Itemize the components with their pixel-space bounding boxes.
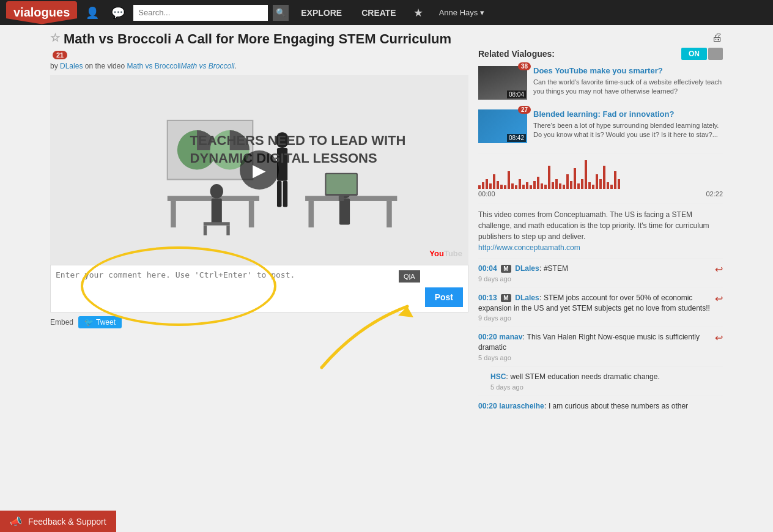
timeline-bar: [574, 168, 576, 189]
author-link[interactable]: DLales: [60, 62, 83, 70]
reply-icon-1[interactable]: ↩: [715, 264, 723, 275]
svg-rect-8: [171, 201, 176, 227]
svg-rect-20: [204, 222, 230, 225]
timeline-times: 00:00 02:22: [478, 190, 723, 198]
comment-item-4: 00:20 laurascheihe: I am curious about t…: [478, 396, 723, 416]
sub-comment-user-1[interactable]: HSC: [490, 372, 506, 381]
youtube-watermark: YouTube: [429, 248, 462, 259]
comment-user-4[interactable]: laurascheihe: [499, 402, 544, 410]
timeline-bar: [585, 160, 587, 189]
on-video-label: on the video: [85, 62, 125, 70]
logo[interactable]: vialogues: [6, 1, 77, 24]
search-button[interactable]: 🔍: [273, 5, 289, 21]
print-button[interactable]: 🖨: [478, 31, 723, 44]
timeline-bar: [566, 174, 569, 189]
duration-1: 08:04: [507, 91, 526, 98]
comment-user-2[interactable]: DLales: [515, 294, 539, 302]
toggle-on-button[interactable]: ON: [681, 48, 707, 60]
timeline-bar: [618, 179, 620, 189]
toggle-off-button[interactable]: [708, 48, 723, 60]
embed-link[interactable]: Embed: [50, 318, 73, 327]
reply-icon-3[interactable]: ↩: [715, 332, 723, 344]
comment-input[interactable]: [56, 270, 394, 307]
by-line: by DLales on the video Math vs BroccoliM…: [50, 62, 468, 70]
timeline-bar: [563, 185, 565, 189]
svg-rect-21: [204, 226, 207, 235]
svg-rect-16: [339, 199, 350, 225]
comment-time-3[interactable]: 00:20: [478, 333, 497, 341]
timeline-bar: [610, 185, 613, 189]
left-column: ☆ Math vs Broccoli A Call for More Engag…: [50, 31, 468, 416]
timeline-bar: [486, 179, 488, 189]
timeline-bar: [522, 185, 525, 189]
svg-rect-6: [283, 181, 288, 207]
create-button[interactable]: CREATE: [354, 0, 404, 25]
title-area: ☆ Math vs Broccoli A Call for More Engag…: [50, 31, 468, 70]
comment-user-1[interactable]: DLales: [515, 264, 539, 273]
timeline-bar: [493, 174, 495, 189]
comment-time-1[interactable]: 00:04: [478, 264, 497, 273]
related-title-link-1[interactable]: Does YouTube make you smarter?: [533, 66, 723, 75]
by-label: by: [50, 62, 58, 70]
tweet-button[interactable]: 🐦 Tweet: [78, 316, 122, 328]
comment-item-1: 00:04 M DLales: #STEM 9 days ago ↩: [478, 258, 723, 287]
play-button[interactable]: ▶: [240, 150, 279, 190]
header: vialogues 👤 💬 🔍 EXPLORE CREATE ★ Anne Ha…: [0, 0, 773, 25]
search-input[interactable]: [133, 5, 268, 21]
svg-point-13: [210, 184, 223, 199]
related-desc-2: There's been a lot of hype surrounding b…: [533, 121, 723, 140]
svg-rect-18: [326, 174, 356, 194]
qa-button[interactable]: Q|A: [399, 270, 420, 283]
timeline-chart: [478, 158, 723, 189]
sub-comment-text-1: well STEM education needs dramatic chang…: [511, 372, 660, 381]
video-player[interactable]: TEACHERS NEED TO LEAD WITH DYNAMIC DIGIT…: [50, 75, 468, 265]
comment-user-3[interactable]: manav: [499, 333, 522, 341]
timeline-bar: [489, 183, 492, 189]
video-title-text: Math vs Broccoli: [181, 62, 235, 70]
annotation-container: Q|A Post: [50, 265, 468, 312]
timeline-bar: [508, 171, 510, 189]
timeline-bar: [544, 185, 547, 189]
toggle-switch[interactable]: ON: [681, 48, 723, 60]
comment-badge-1: M: [501, 265, 511, 273]
timeline-bar: [497, 181, 499, 189]
video-description: This video comes from Conceptuamath. The…: [478, 204, 723, 253]
video-desc-text: This video comes from Conceptuamath. The…: [478, 210, 709, 241]
comment-count-badge: 21: [53, 51, 67, 59]
comment-time-2[interactable]: 00:13: [478, 294, 497, 302]
timeline-bar: [519, 179, 521, 189]
timeline-bar: [555, 179, 558, 189]
timeline-bar: [588, 182, 591, 189]
comment-date-3: 5 days ago: [478, 354, 723, 361]
comment-time-4[interactable]: 00:20: [478, 402, 497, 410]
related-title-link-2[interactable]: Blended learning: Fad or innovation?: [533, 109, 723, 119]
video-link[interactable]: Math vs Broccoli: [127, 62, 180, 70]
thumbnail-1[interactable]: 08:04: [478, 66, 527, 100]
post-button[interactable]: Post: [425, 287, 463, 307]
overlay-line1: TEACHERS NEED TO LEAD WITH: [190, 132, 406, 150]
timeline-bar: [526, 182, 528, 189]
svg-rect-14: [212, 199, 222, 225]
timeline-bar: [607, 182, 609, 189]
favorite-star-icon[interactable]: ☆: [50, 31, 60, 45]
profile-icon[interactable]: 👤: [82, 6, 103, 20]
overlay-line2: DYNAMIC DIGITAL LESSONS: [190, 150, 406, 168]
timeline-bar: [530, 185, 532, 189]
video-thumbnail[interactable]: TEACHERS NEED TO LEAD WITH DYNAMIC DIGIT…: [50, 75, 468, 265]
comment-badge-2: M: [501, 294, 511, 302]
timeline-bar: [603, 166, 605, 189]
explore-button[interactable]: EXPLORE: [294, 0, 349, 25]
user-menu-button[interactable]: Anne Hays ▾: [433, 8, 490, 17]
chat-icon[interactable]: 💬: [108, 6, 128, 20]
favorites-button[interactable]: ★: [409, 6, 428, 20]
thumbnail-2[interactable]: 08:42: [478, 109, 527, 143]
svg-rect-10: [305, 196, 397, 201]
sub-comment-date-1: 5 days ago: [490, 383, 723, 391]
video-desc-link[interactable]: http://www.conceptuamath.com: [478, 243, 580, 252]
timeline-bar: [548, 166, 550, 189]
logo-text: vialogues: [13, 6, 70, 20]
svg-rect-12: [386, 201, 392, 227]
reply-icon-2[interactable]: ↩: [715, 293, 723, 305]
svg-rect-19: [339, 196, 344, 201]
comment-item-3: 00:20 manav: This Van Halen Right Now-es…: [478, 327, 723, 366]
